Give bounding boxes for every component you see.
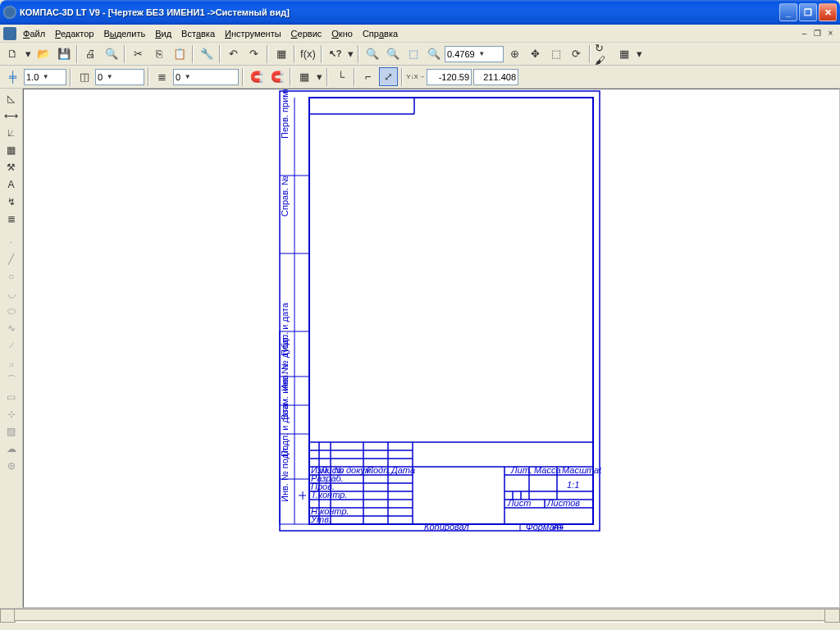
- dropdown-icon: ▼: [477, 50, 487, 57]
- circle-tool-button[interactable]: ○: [2, 268, 21, 285]
- spec-panel-button[interactable]: ≣: [2, 211, 21, 227]
- layer-state-combo[interactable]: 0 ▼: [95, 69, 144, 85]
- geometry-panel-button[interactable]: ◺: [2, 90, 21, 107]
- grid-button[interactable]: ▦: [294, 67, 313, 86]
- save-button[interactable]: 💾: [54, 44, 73, 63]
- left-toolbar: ◺ ⟷ ⟀ ▦ ⚒ A ↯ ≣ · ╱ ○ ◡ ⬭ ∿ ⟋ ⟓ ⌒ ▭ ⊹ ▨ …: [0, 89, 23, 608]
- dimensions-panel-button[interactable]: ⟷: [2, 107, 21, 124]
- property-panel: [0, 622, 840, 630]
- print-button[interactable]: 🖨: [81, 44, 100, 63]
- contour-tool-button[interactable]: ☁: [2, 441, 21, 457]
- layer-manager-button[interactable]: ≣: [153, 67, 171, 86]
- properties-button[interactable]: 🔧: [197, 44, 216, 63]
- maximize-button[interactable]: ❐: [799, 3, 817, 21]
- menu-window[interactable]: Окно: [326, 27, 358, 40]
- menu-select[interactable]: Выделить: [98, 27, 150, 40]
- cut-button[interactable]: ✂: [129, 44, 148, 63]
- zoom-value: 0.4769: [447, 49, 475, 59]
- rectangle-tool-button[interactable]: ▭: [2, 389, 21, 405]
- equidistant-tool-button[interactable]: ⊜: [2, 458, 21, 474]
- menu-view[interactable]: Вид: [150, 27, 176, 40]
- scale-combo[interactable]: 1.0 ▼: [24, 69, 66, 85]
- menu-edit[interactable]: Редактор: [50, 27, 98, 40]
- mdi-close-button[interactable]: ×: [824, 28, 837, 39]
- separator: [148, 68, 149, 86]
- scroll-thumb[interactable]: [14, 609, 826, 621]
- paste-button[interactable]: 📋: [170, 44, 189, 63]
- help-cursor-button[interactable]: ↖?: [326, 44, 345, 63]
- snap-toggle-button[interactable]: 🧲: [247, 67, 266, 86]
- coord-x-input[interactable]: [427, 69, 472, 85]
- select-panel-button[interactable]: ↯: [2, 194, 21, 210]
- redraw-button[interactable]: ⟳: [567, 44, 586, 63]
- coord-mode-button[interactable]: Y↓X→: [406, 67, 425, 86]
- layer-combo[interactable]: 0 ▼: [173, 69, 239, 85]
- new-button[interactable]: 🗋: [3, 44, 22, 63]
- pan-button[interactable]: ✥: [526, 44, 545, 63]
- line-tool-button[interactable]: ╱: [2, 251, 21, 267]
- fillet-tool-button[interactable]: ⌒: [2, 372, 21, 388]
- zoom-in-button[interactable]: 🔍: [363, 44, 381, 63]
- toolbar-main: 🗋 ▾ 📂 💾 🖨 🔍 ✂ ⎘ 📋 🔧 ↶ ↷ ▦ f(x) ↖? ▾ 🔍 🔍 …: [0, 43, 840, 66]
- menu-file[interactable]: Файл: [18, 27, 50, 40]
- mdi-minimize-button[interactable]: –: [798, 28, 810, 39]
- coord-y-input[interactable]: [473, 69, 518, 85]
- arc-tool-button[interactable]: ◡: [2, 285, 21, 302]
- drawing-frame: Перв. примен. Справ. № Подп. и дата Инв.…: [278, 89, 601, 532]
- menu-help[interactable]: Справка: [358, 27, 403, 40]
- global-cs-button[interactable]: ⤢: [379, 67, 398, 86]
- undo-button[interactable]: ↶: [224, 44, 243, 63]
- separator: [267, 45, 268, 63]
- zoom-prev-button[interactable]: 🔍: [424, 44, 443, 63]
- aux-line-tool-button[interactable]: ⊹: [2, 406, 21, 422]
- ellipse-tool-button[interactable]: ⬭: [2, 303, 21, 319]
- print-preview-button[interactable]: 🔍: [102, 44, 121, 63]
- library-button[interactable]: ▦: [272, 44, 290, 63]
- local-cs-button[interactable]: ⌐: [358, 67, 377, 86]
- view-dropdown-button[interactable]: ▾: [635, 44, 643, 63]
- menu-service[interactable]: Сервис: [286, 27, 327, 40]
- horizontal-scrollbar[interactable]: [0, 608, 840, 622]
- tb-tkontr: Т.контр.: [311, 490, 347, 500]
- minimize-button[interactable]: _: [779, 3, 797, 21]
- edit-panel-button[interactable]: ▦: [2, 142, 21, 158]
- separator: [219, 45, 221, 63]
- new-dropdown-button[interactable]: ▾: [24, 44, 32, 63]
- point-tool-button[interactable]: ·: [2, 234, 21, 250]
- drawing-canvas[interactable]: Перв. примен. Справ. № Подп. и дата Инв.…: [23, 89, 840, 608]
- line-style-button[interactable]: ╪: [3, 67, 22, 86]
- spline-tool-button[interactable]: ∿: [2, 320, 21, 336]
- hatch-tool-button[interactable]: ▨: [2, 423, 21, 440]
- close-button[interactable]: ✕: [819, 3, 837, 21]
- app-icon: [3, 6, 16, 19]
- help-dropdown-button[interactable]: ▾: [346, 44, 354, 63]
- separator: [70, 68, 71, 86]
- tb-date: Дата: [390, 465, 415, 475]
- zoom-fit-button[interactable]: ⬚: [546, 44, 565, 63]
- view-options-button[interactable]: ▦: [614, 44, 633, 63]
- polyline-tool-button[interactable]: ⟋: [2, 337, 21, 354]
- separator: [76, 45, 78, 63]
- copy-button[interactable]: ⎘: [149, 44, 168, 63]
- open-button[interactable]: 📂: [34, 44, 52, 63]
- grid-dropdown-button[interactable]: ▾: [315, 67, 323, 86]
- side-perv-primen: Перв. примен.: [280, 89, 290, 139]
- zoom-combo[interactable]: 0.4769 ▼: [445, 46, 504, 62]
- redo-button[interactable]: ↷: [244, 44, 263, 63]
- measure-panel-button[interactable]: A: [2, 176, 21, 193]
- ortho-button[interactable]: └: [331, 67, 350, 86]
- refresh-button[interactable]: ↻🖌: [594, 44, 613, 63]
- params-panel-button[interactable]: ⚒: [2, 159, 21, 176]
- symbols-panel-button[interactable]: ⟀: [2, 125, 21, 141]
- zoom-window-button[interactable]: ⬚: [404, 44, 422, 63]
- menu-insert[interactable]: Вставка: [176, 27, 220, 40]
- chamfer-tool-button[interactable]: ⟓: [2, 354, 21, 371]
- zoom-extents-button[interactable]: ⊕: [505, 44, 524, 63]
- separator: [192, 45, 194, 63]
- snap-settings-button[interactable]: 🧲: [267, 67, 286, 86]
- variables-button[interactable]: f(x): [299, 44, 317, 63]
- layer-state-button[interactable]: ◫: [75, 67, 94, 86]
- zoom-out-button[interactable]: 🔍: [383, 44, 402, 63]
- mdi-restore-button[interactable]: ❐: [811, 28, 824, 39]
- menu-tools[interactable]: Инструменты: [220, 27, 286, 40]
